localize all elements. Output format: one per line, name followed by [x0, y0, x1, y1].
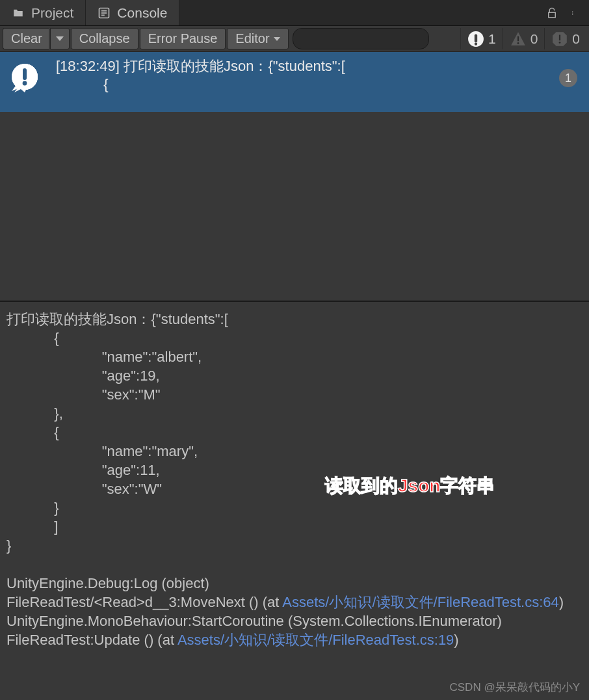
svg-point-13 — [517, 42, 519, 44]
tab-console-label: Console — [117, 5, 167, 21]
log-text: [18:32:49] 打印读取的技能Json：{"students":[ { — [56, 57, 580, 94]
collapse-label: Collapse — [79, 31, 130, 46]
stack-line-3: UnityEngine.MonoBehaviour:StartCoroutine… — [7, 613, 502, 629]
svg-point-6 — [572, 14, 573, 14]
stack-line-1: UnityEngine.Debug:Log (object) — [7, 575, 209, 591]
info-bubble-icon — [9, 61, 40, 92]
clear-button[interactable]: Clear — [3, 28, 49, 49]
error-icon — [551, 31, 568, 47]
stack-line-2a: FileReadTest/<Read>d__3:MoveNext () (at — [7, 594, 282, 610]
log-badge-value: 1 — [565, 69, 571, 87]
stack-line-4a: FileReadTest:Update () (at — [7, 632, 177, 648]
error-pause-label: Error Pause — [148, 31, 218, 46]
info-count: 1 — [488, 31, 496, 47]
clear-label: Clear — [11, 31, 42, 46]
info-counter[interactable]: 1 — [460, 28, 503, 49]
error-count: 0 — [572, 31, 580, 47]
stack-link-1[interactable]: Assets/小知识/读取文件/FileReadTest.cs:64 — [282, 594, 558, 610]
error-counter[interactable]: 0 — [544, 28, 586, 49]
log-list-area[interactable] — [0, 112, 589, 301]
folder-icon — [12, 7, 25, 20]
tab-project-label: Project — [31, 5, 73, 21]
collapse-button[interactable]: Collapse — [71, 28, 138, 49]
svg-rect-14 — [559, 34, 560, 40]
info-icon — [467, 31, 484, 47]
log-count-badge: 1 — [559, 69, 577, 87]
search-text[interactable] — [305, 33, 435, 45]
stack-link-2[interactable]: Assets/小知识/读取文件/FileReadTest.cs:19 — [177, 632, 454, 648]
svg-point-15 — [559, 42, 561, 44]
log-detail-pane[interactable]: 打印读取的技能Json：{"students":[ { "name":"albe… — [0, 301, 589, 700]
svg-point-11 — [475, 42, 477, 45]
tab-bar-spacer — [179, 0, 537, 25]
log-line-2: { — [56, 75, 580, 94]
console-icon — [98, 7, 111, 20]
log-line-1: [18:32:49] 打印读取的技能Json：{"students":[ — [56, 57, 580, 75]
log-entry-selected[interactable]: [18:32:49] 打印读取的技能Json：{"students":[ { 1 — [0, 52, 589, 112]
warn-counter[interactable]: 0 — [503, 28, 545, 49]
watermark: CSDN @呆呆敲代码的小Y — [450, 680, 581, 695]
svg-rect-17 — [23, 68, 27, 80]
svg-rect-10 — [475, 34, 477, 42]
svg-point-5 — [572, 12, 573, 13]
error-pause-button[interactable]: Error Pause — [140, 28, 226, 49]
lock-icon[interactable] — [546, 7, 558, 20]
editor-dropdown[interactable]: Editor — [227, 28, 288, 49]
tab-console[interactable]: Console — [86, 0, 179, 25]
counter-group: 1 0 0 — [460, 28, 586, 49]
svg-point-18 — [23, 81, 27, 86]
stack-line-4b: ) — [454, 632, 458, 648]
warning-icon — [510, 31, 527, 47]
tab-project[interactable]: Project — [0, 0, 86, 25]
editor-label: Editor — [235, 31, 269, 46]
annotation-overlay: 读取到的Json字符串 — [325, 476, 495, 495]
kebab-menu-icon[interactable] — [568, 7, 580, 20]
svg-point-4 — [572, 11, 573, 12]
warn-count: 0 — [530, 31, 538, 47]
chevron-down-icon — [56, 36, 64, 41]
search-input[interactable] — [293, 28, 429, 49]
detail-json: 打印读取的技能Json：{"students":[ { "name":"albe… — [7, 311, 228, 554]
chevron-down-icon — [274, 37, 280, 41]
stack-line-2b: ) — [559, 594, 564, 610]
svg-rect-12 — [517, 36, 519, 41]
tab-bar: Project Console — [0, 0, 589, 26]
console-toolbar: Clear Collapse Error Pause Editor 1 0 0 — [0, 26, 589, 52]
clear-dropdown[interactable] — [50, 28, 70, 49]
toolbar-spacer — [433, 28, 459, 49]
tab-bar-right — [537, 0, 589, 25]
